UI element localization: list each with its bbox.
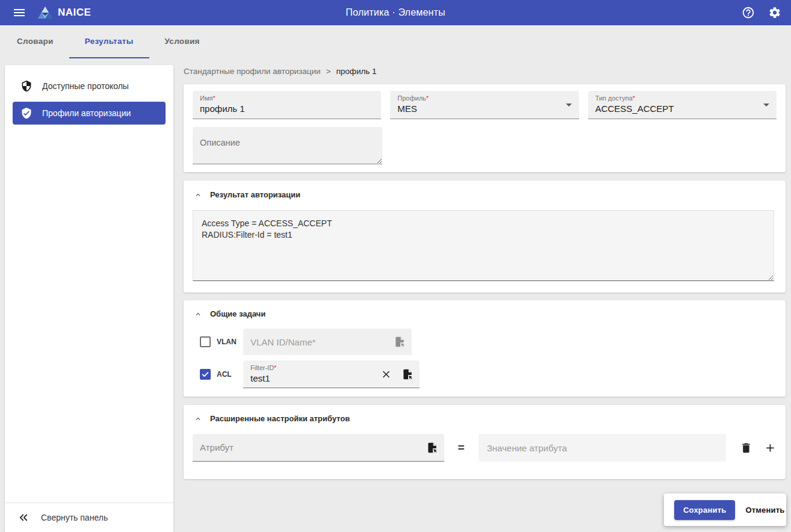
profile-select[interactable]: Профиль* MES [390,91,579,119]
required-asterisk: * [212,94,215,102]
authorization-result-textarea[interactable]: Access Type = ACCESS_ACCEPT RADIUS:Filte… [193,210,774,281]
attribute-value-input[interactable]: Значение атрибута [479,434,727,462]
section-title: Расширенные настройки атрибутов [210,414,350,423]
tab-results[interactable]: Результаты [69,25,149,58]
profile-select-value: MES [397,104,571,114]
access-type-select[interactable]: Тип доступа* ACCESS_ACCEPT [588,91,777,119]
common-tasks-card: Общие задачи VLAN VLAN ID/Name* ACL Filt… [184,300,786,397]
required-asterisk: * [426,94,429,102]
profile-select-label: Профиль [397,94,426,102]
section-title: Результат авторизации [210,190,300,199]
vlan-id-input[interactable]: VLAN ID/Name* [243,329,412,355]
chevron-up-icon [194,415,202,423]
vlan-label: VLAN [217,338,243,346]
cancel-button[interactable]: Отменить [745,506,784,515]
settings-gear-icon[interactable] [768,6,781,19]
access-type-select-value: ACCESS_ACCEPT [595,104,769,114]
brand: NAICE [37,5,91,20]
authorization-result-card: Результат авторизации Access Type = ACCE… [184,181,786,292]
vlan-id-placeholder: VLAN ID/Name* [250,337,315,347]
sidebar-item-label: Профили авторизации [42,108,131,118]
logo-triangle-icon [37,5,53,20]
common-tasks-section-toggle[interactable]: Общие задачи [193,307,777,321]
attribute-placeholder: Атрибут [200,442,234,453]
breadcrumb-separator: > [326,67,331,76]
required-asterisk: * [274,364,276,371]
breadcrumb: Стандартные профили авторизации > профил… [184,64,377,78]
profile-form-card: Имя* профиль 1 Профиль* MES Тип доступа*… [184,84,786,172]
shield-security-icon [20,80,33,92]
chevron-up-icon [194,191,202,199]
dictionary-file-icon[interactable] [394,336,406,348]
breadcrumb-parent[interactable]: Стандартные профили авторизации [184,67,321,76]
help-icon[interactable] [742,6,755,19]
name-field[interactable]: Имя* профиль 1 [193,91,381,119]
authorization-result-section-toggle[interactable]: Результат авторизации [193,188,777,202]
delete-trash-icon[interactable] [740,442,752,454]
name-field-label: Имя [200,94,212,102]
clear-x-icon[interactable] [380,368,392,380]
advanced-attributes-card: Расширенные настройки атрибутов Атрибут … [184,405,786,479]
attribute-value-placeholder: Значение атрибута [487,443,567,453]
tab-conditions[interactable]: Условия [149,25,216,58]
shield-check-icon [20,107,33,119]
advanced-attributes-section-toggle[interactable]: Расширенные настройки атрибутов [193,412,777,425]
acl-checkbox[interactable] [200,369,211,380]
acl-label: ACL [217,370,243,379]
required-asterisk: * [633,94,635,102]
description-textarea[interactable] [193,127,382,164]
chevron-up-icon [194,310,202,318]
chevron-down-icon[interactable] [763,104,769,107]
equals-sign: = [458,441,465,454]
sidebar: Доступные протоколы Профили авторизации … [5,65,173,532]
brand-name: NAICE [58,7,91,19]
sidebar-item-label: Доступные протоколы [42,81,129,91]
tab-bar: Словари Результаты Условия [0,25,216,58]
breadcrumb-current: профиль 1 [336,67,376,76]
action-bar: Сохранить Отменить [664,493,786,526]
filter-id-label: Filter-ID [250,364,274,371]
double-chevron-left-icon [18,512,29,523]
access-type-select-label: Тип доступа [595,94,633,102]
sidebar-item-available-protocols[interactable]: Доступные протоколы [13,75,166,97]
page-title: Политика · Элементы [0,7,791,18]
name-field-value: профиль 1 [200,104,374,114]
collapse-panel-button[interactable]: Свернуть панель [5,503,173,532]
app-bar: NAICE Политика · Элементы [0,0,791,25]
attribute-input[interactable]: Атрибут [193,434,444,462]
section-title: Общие задачи [210,309,265,318]
sidebar-item-authorization-profiles[interactable]: Профили авторизации [13,102,166,125]
tab-dictionaries[interactable]: Словари [1,25,69,58]
chevron-down-icon[interactable] [566,104,572,107]
vlan-checkbox[interactable] [200,336,211,347]
collapse-panel-label: Свернуть панель [41,513,108,522]
save-button[interactable]: Сохранить [674,500,735,520]
hamburger-menu-icon[interactable] [12,5,26,20]
filter-id-field[interactable]: Filter-ID* test1 [243,360,420,388]
dictionary-file-icon[interactable] [426,442,438,454]
dictionary-file-icon[interactable] [402,368,414,380]
add-plus-icon[interactable] [764,442,777,454]
